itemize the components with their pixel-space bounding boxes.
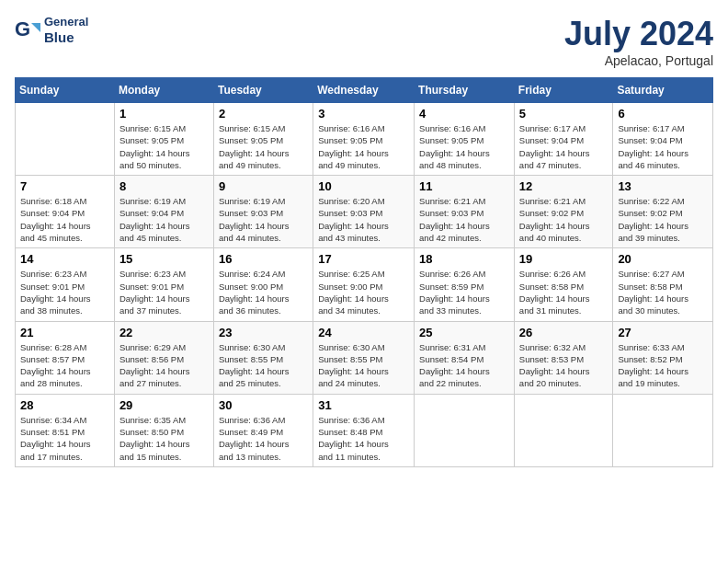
day-number: 27 (618, 326, 708, 339)
header-cell-wednesday: Wednesday (313, 78, 415, 103)
day-number: 6 (618, 107, 708, 121)
day-cell: 4Sunrise: 6:16 AM Sunset: 9:05 PM Daylig… (415, 103, 515, 176)
day-cell: 11Sunrise: 6:21 AM Sunset: 9:03 PM Dayli… (415, 176, 515, 248)
location-subtitle: Apelacao, Portugal (564, 53, 713, 68)
title-block: July 2024 Apelacao, Portugal (564, 15, 713, 68)
day-cell: 26Sunrise: 6:32 AM Sunset: 8:53 PM Dayli… (514, 321, 613, 394)
day-number: 8 (119, 179, 209, 193)
day-number: 15 (119, 252, 209, 266)
day-cell: 14Sunrise: 6:23 AM Sunset: 9:01 PM Dayli… (16, 248, 115, 321)
day-number: 13 (618, 179, 708, 193)
day-number: 16 (219, 252, 308, 266)
day-number: 12 (519, 179, 609, 193)
day-info: Sunrise: 6:30 AM Sunset: 8:55 PM Dayligh… (318, 341, 409, 390)
day-number: 31 (318, 398, 409, 412)
day-number: 1 (119, 107, 209, 121)
day-info: Sunrise: 6:23 AM Sunset: 9:01 PM Dayligh… (119, 268, 209, 316)
day-info: Sunrise: 6:28 AM Sunset: 8:57 PM Dayligh… (20, 341, 109, 390)
logo-line2: Blue (44, 29, 88, 46)
day-cell: 17Sunrise: 6:25 AM Sunset: 9:00 PM Dayli… (313, 248, 415, 321)
header-cell-thursday: Thursday (415, 78, 515, 103)
day-cell: 24Sunrise: 6:30 AM Sunset: 8:55 PM Dayli… (313, 321, 415, 394)
day-cell: 1Sunrise: 6:15 AM Sunset: 9:05 PM Daylig… (114, 103, 213, 176)
day-number: 11 (419, 179, 509, 193)
day-cell: 2Sunrise: 6:15 AM Sunset: 9:05 PM Daylig… (213, 103, 313, 176)
day-info: Sunrise: 6:17 AM Sunset: 9:04 PM Dayligh… (618, 122, 708, 171)
day-number: 30 (219, 398, 308, 412)
day-cell: 20Sunrise: 6:27 AM Sunset: 8:58 PM Dayli… (613, 248, 713, 321)
day-info: Sunrise: 6:23 AM Sunset: 9:01 PM Dayligh… (20, 268, 109, 316)
day-cell: 16Sunrise: 6:24 AM Sunset: 9:00 PM Dayli… (213, 248, 313, 321)
day-info: Sunrise: 6:21 AM Sunset: 9:02 PM Dayligh… (519, 195, 609, 244)
day-cell: 6Sunrise: 6:17 AM Sunset: 9:04 PM Daylig… (613, 103, 713, 176)
day-cell (16, 103, 115, 176)
svg-marker-1 (31, 23, 40, 32)
day-info: Sunrise: 6:32 AM Sunset: 8:53 PM Dayligh… (519, 341, 609, 390)
day-cell: 5Sunrise: 6:17 AM Sunset: 9:04 PM Daylig… (514, 103, 613, 176)
calendar-header: SundayMondayTuesdayWednesdayThursdayFrid… (16, 78, 713, 103)
day-info: Sunrise: 6:36 AM Sunset: 8:49 PM Dayligh… (219, 414, 308, 463)
logo-icon: G (15, 17, 40, 43)
day-number: 29 (119, 398, 209, 412)
day-info: Sunrise: 6:16 AM Sunset: 9:05 PM Dayligh… (419, 122, 509, 171)
day-number: 28 (20, 398, 109, 412)
day-info: Sunrise: 6:15 AM Sunset: 9:05 PM Dayligh… (119, 122, 209, 171)
day-number: 2 (219, 107, 308, 121)
day-cell: 29Sunrise: 6:35 AM Sunset: 8:50 PM Dayli… (114, 394, 213, 466)
day-number: 14 (20, 252, 109, 266)
day-number: 25 (419, 326, 509, 339)
day-info: Sunrise: 6:30 AM Sunset: 8:55 PM Dayligh… (219, 341, 308, 390)
day-info: Sunrise: 6:20 AM Sunset: 9:03 PM Dayligh… (318, 195, 409, 244)
day-number: 7 (20, 179, 109, 193)
day-info: Sunrise: 6:16 AM Sunset: 9:05 PM Dayligh… (318, 122, 409, 171)
day-cell: 30Sunrise: 6:36 AM Sunset: 8:49 PM Dayli… (213, 394, 313, 466)
day-cell (415, 394, 515, 466)
day-info: Sunrise: 6:33 AM Sunset: 8:52 PM Dayligh… (618, 341, 708, 390)
header-cell-monday: Monday (114, 78, 213, 103)
day-cell: 31Sunrise: 6:36 AM Sunset: 8:48 PM Dayli… (313, 394, 415, 466)
day-info: Sunrise: 6:17 AM Sunset: 9:04 PM Dayligh… (519, 122, 609, 171)
day-cell (613, 394, 713, 466)
month-year-title: July 2024 (564, 15, 713, 53)
week-row-2: 7Sunrise: 6:18 AM Sunset: 9:04 PM Daylig… (16, 176, 713, 248)
day-cell: 25Sunrise: 6:31 AM Sunset: 8:54 PM Dayli… (415, 321, 515, 394)
day-number: 26 (519, 326, 609, 339)
day-info: Sunrise: 6:22 AM Sunset: 9:02 PM Dayligh… (618, 195, 708, 244)
week-row-3: 14Sunrise: 6:23 AM Sunset: 9:01 PM Dayli… (16, 248, 713, 321)
day-cell: 23Sunrise: 6:30 AM Sunset: 8:55 PM Dayli… (213, 321, 313, 394)
day-cell (514, 394, 613, 466)
logo-line1: General (44, 15, 88, 29)
day-cell: 3Sunrise: 6:16 AM Sunset: 9:05 PM Daylig… (313, 103, 415, 176)
day-number: 19 (519, 252, 609, 266)
calendar-body: 1Sunrise: 6:15 AM Sunset: 9:05 PM Daylig… (16, 103, 713, 467)
day-cell: 28Sunrise: 6:34 AM Sunset: 8:51 PM Dayli… (16, 394, 115, 466)
header-row: SundayMondayTuesdayWednesdayThursdayFrid… (16, 78, 713, 103)
day-cell: 21Sunrise: 6:28 AM Sunset: 8:57 PM Dayli… (16, 321, 115, 394)
day-number: 24 (318, 326, 409, 339)
week-row-5: 28Sunrise: 6:34 AM Sunset: 8:51 PM Dayli… (16, 394, 713, 466)
day-cell: 18Sunrise: 6:26 AM Sunset: 8:59 PM Dayli… (415, 248, 515, 321)
day-cell: 15Sunrise: 6:23 AM Sunset: 9:01 PM Dayli… (114, 248, 213, 321)
day-number: 20 (618, 252, 708, 266)
day-number: 5 (519, 107, 609, 121)
day-cell: 10Sunrise: 6:20 AM Sunset: 9:03 PM Dayli… (313, 176, 415, 248)
day-cell: 9Sunrise: 6:19 AM Sunset: 9:03 PM Daylig… (213, 176, 313, 248)
header-cell-sunday: Sunday (16, 78, 115, 103)
day-cell: 12Sunrise: 6:21 AM Sunset: 9:02 PM Dayli… (514, 176, 613, 248)
week-row-4: 21Sunrise: 6:28 AM Sunset: 8:57 PM Dayli… (16, 321, 713, 394)
day-number: 21 (20, 326, 109, 339)
day-number: 3 (318, 107, 409, 121)
header-cell-tuesday: Tuesday (213, 78, 313, 103)
week-row-1: 1Sunrise: 6:15 AM Sunset: 9:05 PM Daylig… (16, 103, 713, 176)
day-info: Sunrise: 6:27 AM Sunset: 8:58 PM Dayligh… (618, 268, 708, 316)
day-info: Sunrise: 6:36 AM Sunset: 8:48 PM Dayligh… (318, 414, 409, 463)
day-number: 10 (318, 179, 409, 193)
day-number: 18 (419, 252, 509, 266)
day-number: 4 (419, 107, 509, 121)
day-cell: 13Sunrise: 6:22 AM Sunset: 9:02 PM Dayli… (613, 176, 713, 248)
day-info: Sunrise: 6:29 AM Sunset: 8:56 PM Dayligh… (119, 341, 209, 390)
day-cell: 19Sunrise: 6:26 AM Sunset: 8:58 PM Dayli… (514, 248, 613, 321)
day-info: Sunrise: 6:19 AM Sunset: 9:03 PM Dayligh… (219, 195, 308, 244)
day-cell: 7Sunrise: 6:18 AM Sunset: 9:04 PM Daylig… (16, 176, 115, 248)
day-cell: 8Sunrise: 6:19 AM Sunset: 9:04 PM Daylig… (114, 176, 213, 248)
